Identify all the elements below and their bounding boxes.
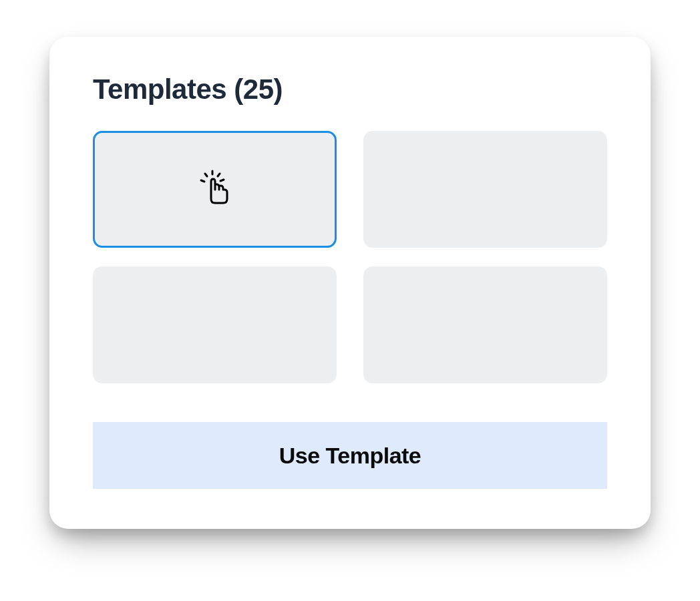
templates-panel: Templates (25) Use Template [49,37,651,529]
svg-line-4 [220,180,224,181]
templates-grid [93,131,607,383]
svg-line-2 [218,174,220,176]
template-card-1[interactable] [93,131,337,248]
use-template-button[interactable]: Use Template [93,422,607,489]
use-template-label: Use Template [279,443,421,469]
template-card-4[interactable] [363,266,607,383]
template-card-3[interactable] [93,266,337,383]
pointer-click-icon [194,168,236,211]
template-card-2[interactable] [363,131,607,248]
svg-line-0 [205,174,207,176]
svg-line-3 [201,180,204,182]
panel-title: Templates (25) [93,73,607,106]
